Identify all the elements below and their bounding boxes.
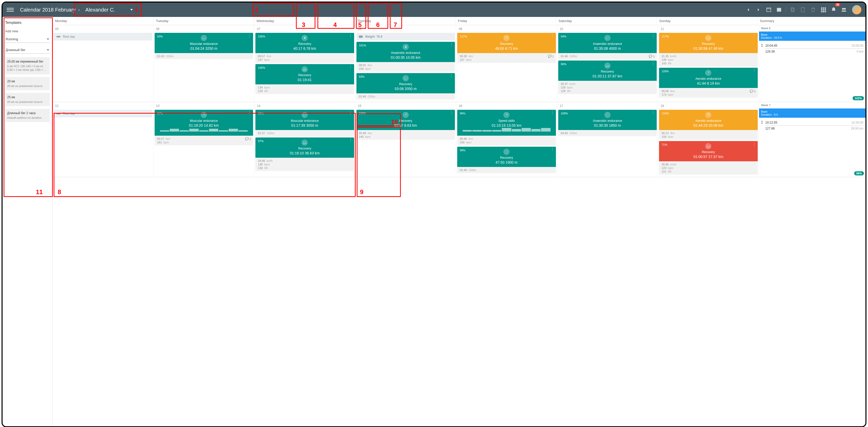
bike-icon [705, 35, 711, 41]
avatar[interactable] [852, 5, 861, 14]
topbar: Calendar 2018 February › Alexander C. 35 [3, 3, 865, 17]
activity-card[interactable]: 94%Anaerobic endurance01:35:08 4000 m01:… [558, 33, 657, 59]
svg-point-25 [707, 147, 708, 148]
notifications-button[interactable]: 35 [829, 5, 839, 15]
bike-icon [302, 140, 308, 146]
run-icon [503, 35, 509, 41]
activity-card[interactable]: 71%Recovery01:00:57 27.37 km26.95km/h123… [659, 141, 758, 175]
svg-rect-0 [777, 8, 781, 12]
svg-point-24 [708, 114, 709, 114]
completion-pill: 102% [852, 96, 864, 100]
activity-card[interactable]: 96%Speed skills01:15:19 13.05 km05:46/km… [457, 110, 556, 145]
rest-day[interactable]: Rest day [54, 33, 152, 40]
activity-card[interactable]: 97%Recovery01:16:10 36.63 km28.86km/h138… [255, 138, 354, 171]
svg-point-8 [303, 69, 304, 71]
activity-card[interactable]: 117%Recovery01:30:58 47.49 km31.35km/h13… [659, 33, 758, 66]
week-row: 12 Rest day 13 97%Muscular endurance01:1… [53, 102, 865, 177]
week-summary: Week 6 BaseDuration : 10.5 h Σ10:04:4510… [759, 25, 865, 102]
svg-point-14 [608, 66, 609, 67]
svg-point-26 [709, 147, 710, 148]
delete-button[interactable] [808, 5, 818, 15]
svg-point-13 [606, 66, 607, 67]
swim-icon [503, 149, 509, 155]
svg-point-17 [708, 71, 709, 72]
svg-point-21 [305, 143, 306, 144]
svg-rect-18 [57, 113, 61, 114]
swim-icon [604, 112, 611, 118]
activity-card[interactable]: 101%Anaerobic endurance01:00:35 10.05 km… [356, 42, 455, 72]
template-item[interactable]: 25 км25 км на указанном пульсе [5, 93, 50, 106]
bike-icon [604, 63, 611, 69]
activity-card[interactable]: 100%Recovery40:17 6.78 km05:57/km147bpm [255, 33, 354, 63]
template-type-select[interactable]: Длинный бег [5, 47, 50, 54]
chevron-right-icon: › [78, 7, 80, 12]
svg-point-22 [406, 114, 406, 114]
activity-card[interactable]: 117%Recovery49:00 8.71 km05:38/km157bpm💬… [457, 33, 556, 63]
run-icon [403, 44, 409, 50]
comment-icon[interactable]: 💬 1 [548, 55, 554, 58]
activity-card[interactable]: 100%Recovery01:19:41134bpm129Wt [255, 64, 354, 94]
activity-card[interactable]: 99%Recovery47:50 1900 m01:49/100m [457, 147, 556, 173]
today-button[interactable] [764, 5, 774, 15]
run-icon [705, 70, 711, 76]
athlete-selector[interactable]: Alexander C. [82, 6, 136, 14]
completion-pill: 98% [854, 171, 864, 175]
calendar-icon[interactable] [774, 5, 784, 15]
svg-point-12 [506, 37, 507, 37]
template-item[interactable]: Длинный бег 2 часаНовый шаблон по durati… [5, 109, 50, 122]
activity-card[interactable]: 96%Muscular endurance01:17:39 3550 m01:3… [255, 110, 354, 136]
activity-card[interactable]: 109%Aerobic endurance41:44 8.19 km05:06/… [659, 68, 758, 98]
template-item[interactable]: 25.00 км переменный бег5 км ЧСС 130-140 … [5, 57, 50, 74]
svg-point-20 [303, 143, 304, 144]
svg-point-19 [204, 114, 205, 114]
sport-select[interactable]: Running [5, 36, 50, 43]
run-icon [201, 112, 207, 118]
copy-button[interactable] [787, 5, 798, 15]
svg-rect-10 [359, 36, 363, 38]
activity-card[interactable]: 98%Recovery01:20:11 37.87 km28.37km/h128… [558, 61, 657, 94]
add-new-label: Add new [5, 29, 50, 33]
activity-card[interactable]: 93%Recovery53:08 2050 m01:49/100m [356, 73, 455, 99]
activity-card[interactable]: 93%Muscular endurance01:04:24 3250 m01:4… [155, 33, 253, 59]
apps-icon[interactable] [818, 5, 829, 15]
weekday-header: Monday Tuesday Wednesday Thursday Friday… [53, 17, 865, 25]
svg-point-9 [305, 69, 306, 71]
svg-point-5 [844, 8, 846, 10]
template-item[interactable]: 20 км20 км на указанном пульсе [5, 77, 50, 90]
svg-rect-3 [801, 8, 805, 12]
svg-point-11 [406, 45, 406, 46]
bike-icon [705, 143, 711, 149]
swim-icon [403, 75, 409, 81]
templates-sidebar: Templates Add new Running Длинный бег 25… [3, 17, 53, 426]
svg-rect-6 [57, 36, 61, 37]
activity-card[interactable]: 108%Anaerobic endurance01:30:35 1850 m04… [558, 110, 657, 136]
paste-button[interactable] [798, 5, 808, 15]
nav-next-button[interactable] [753, 5, 764, 15]
svg-point-23 [506, 114, 507, 114]
svg-point-4 [842, 8, 844, 10]
svg-point-16 [709, 38, 710, 39]
run-icon [302, 35, 308, 41]
page-title: Calendar 2018 February [20, 7, 75, 13]
swim-icon [302, 112, 308, 118]
activity-card[interactable]: 97%Muscular endurance01:18:20 14.82 km05… [155, 110, 253, 145]
swim-icon [201, 35, 207, 41]
sidebar-title: Templates [5, 21, 50, 25]
users-icon[interactable] [839, 5, 849, 15]
weight-entry[interactable]: Weight: 76.9 [356, 33, 455, 40]
run-icon [403, 112, 409, 118]
activity-card[interactable]: 100%Recovery50:07 8.63 km05:48/km140bpm [356, 110, 455, 140]
rest-day[interactable]: Rest day [54, 110, 152, 118]
menu-icon[interactable] [7, 6, 14, 13]
week-summary: Week 7 BaseDuration : 9 h Σ10:22:5510:30… [759, 102, 865, 177]
nav-prev-button[interactable] [743, 5, 753, 15]
more-icon[interactable] [247, 34, 252, 37]
bike-icon [302, 66, 308, 72]
chevron-down-icon [130, 9, 133, 10]
week-row: 05 Rest day 06 93%Muscular endurance01:0… [53, 25, 865, 102]
activity-card[interactable]: 116%Aerobic endurance01:44:23 20.09 km05… [659, 110, 758, 140]
svg-point-7 [305, 37, 305, 37]
run-icon [705, 112, 711, 118]
swim-icon [604, 35, 611, 41]
svg-point-15 [707, 38, 708, 39]
